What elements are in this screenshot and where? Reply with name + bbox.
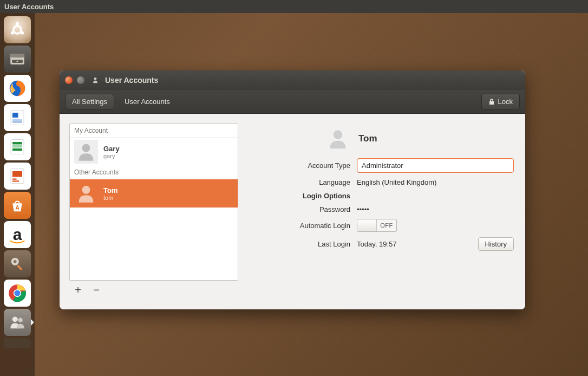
last-login-value: Today, 19:57: [357, 240, 396, 248]
account-type-label: Account Type: [256, 161, 350, 170]
person-silhouette-icon: [75, 141, 97, 163]
person-silhouette-icon: [75, 183, 97, 204]
svg-point-28: [14, 290, 20, 296]
login-options-heading: Login Options: [256, 192, 350, 200]
amazon-smile-icon: [9, 239, 26, 245]
account-type-value: Administrator: [362, 161, 403, 170]
launcher: A a: [0, 13, 35, 376]
svg-point-4: [11, 31, 14, 35]
svg-point-33: [82, 186, 90, 194]
user-row-tom[interactable]: Tom tom: [70, 179, 238, 208]
toolbar: All Settings User Accounts Lock: [60, 90, 525, 114]
user-list: My Account Gary gary Other Accounts: [69, 124, 238, 281]
lock-label: Lock: [498, 98, 513, 106]
chrome-icon: [7, 283, 28, 303]
menubar-title: User Accounts: [4, 3, 54, 11]
svg-point-3: [21, 31, 24, 35]
launcher-users-active[interactable]: [4, 309, 31, 336]
settings-icon: [8, 255, 27, 273]
launcher-impress[interactable]: [4, 163, 31, 190]
all-settings-button[interactable]: All Settings: [65, 94, 114, 109]
user-detail-panel: Tom Account Type Administrator Language …: [251, 124, 518, 300]
breadcrumb-current[interactable]: User Accounts: [117, 94, 177, 109]
svg-point-29: [12, 316, 18, 322]
svg-rect-19: [12, 171, 22, 177]
remove-user-button[interactable]: −: [90, 284, 103, 296]
svg-point-8: [17, 61, 18, 62]
launcher-writer[interactable]: [4, 104, 31, 131]
launcher-overflow: [4, 338, 31, 348]
automatic-login-switch[interactable]: OFF: [357, 219, 397, 232]
calc-icon: [8, 137, 27, 157]
account-type-combo[interactable]: Administrator: [357, 158, 514, 173]
svg-rect-6: [10, 54, 24, 57]
launcher-settings[interactable]: [4, 250, 31, 277]
window-close-button[interactable]: [65, 76, 73, 84]
switch-state: OFF: [377, 222, 396, 229]
user-username: gary: [103, 153, 120, 159]
avatar: [74, 140, 98, 164]
window-title: User Accounts: [105, 76, 158, 85]
launcher-chrome[interactable]: [4, 280, 31, 307]
svg-rect-17: [12, 148, 22, 151]
breadcrumb-label: User Accounts: [125, 98, 170, 106]
user-row-gary[interactable]: Gary gary: [70, 138, 238, 166]
launcher-amazon[interactable]: a: [4, 221, 31, 248]
user-username: tom: [103, 195, 117, 201]
titlebar[interactable]: User Accounts: [60, 70, 525, 90]
detail-avatar[interactable]: [326, 127, 350, 151]
menubar: User Accounts: [0, 0, 588, 13]
password-label: Password: [256, 205, 350, 213]
language-label: Language: [256, 178, 350, 186]
history-button[interactable]: History: [478, 237, 514, 251]
my-account-header: My Account: [70, 124, 238, 138]
add-user-button[interactable]: +: [71, 284, 84, 296]
user-accounts-window: User Accounts All Settings User Accounts…: [60, 70, 525, 309]
svg-point-34: [334, 130, 343, 139]
svg-point-31: [94, 77, 97, 80]
svg-point-2: [16, 22, 19, 25]
software-center-icon: A: [9, 197, 25, 213]
svg-rect-21: [12, 180, 19, 181]
user-list-actions: + −: [69, 281, 238, 300]
svg-text:A: A: [15, 205, 19, 211]
svg-point-24: [14, 260, 17, 263]
svg-rect-20: [12, 179, 17, 180]
firefox-icon: [7, 78, 28, 99]
svg-rect-25: [17, 264, 23, 270]
last-login-label: Last Login: [256, 240, 350, 248]
launcher-dash[interactable]: [4, 16, 31, 43]
svg-rect-16: [12, 145, 22, 148]
language-value[interactable]: English (United Kingdom): [357, 178, 514, 186]
launcher-software[interactable]: A: [4, 192, 31, 219]
user-display-name: Gary: [103, 145, 120, 153]
content-area: My Account Gary gary Other Accounts: [60, 114, 525, 309]
lock-icon: [488, 99, 495, 105]
launcher-calc[interactable]: [4, 133, 31, 160]
svg-rect-15: [12, 142, 22, 145]
all-settings-label: All Settings: [72, 98, 107, 106]
detail-user-name[interactable]: Tom: [358, 133, 377, 144]
user-display-name: Tom: [103, 186, 117, 195]
writer-icon: [8, 108, 27, 127]
lock-button[interactable]: Lock: [481, 94, 520, 109]
users-icon: [92, 76, 101, 85]
window-minimize-button[interactable]: [77, 76, 84, 84]
svg-point-32: [82, 144, 90, 152]
password-value[interactable]: •••••: [357, 205, 514, 213]
person-silhouette-icon: [326, 127, 350, 151]
files-icon: [8, 50, 27, 68]
impress-icon: [8, 166, 27, 186]
ubuntu-logo-icon: [8, 21, 27, 39]
automatic-login-label: Automatic Login: [256, 222, 350, 230]
svg-rect-11: [12, 113, 18, 118]
avatar: [74, 181, 98, 205]
other-accounts-header: Other Accounts: [70, 166, 238, 179]
launcher-firefox[interactable]: [4, 75, 31, 102]
launcher-files[interactable]: [4, 46, 31, 73]
switch-knob: [357, 219, 377, 231]
users-icon: [8, 313, 27, 332]
svg-point-30: [18, 318, 23, 323]
